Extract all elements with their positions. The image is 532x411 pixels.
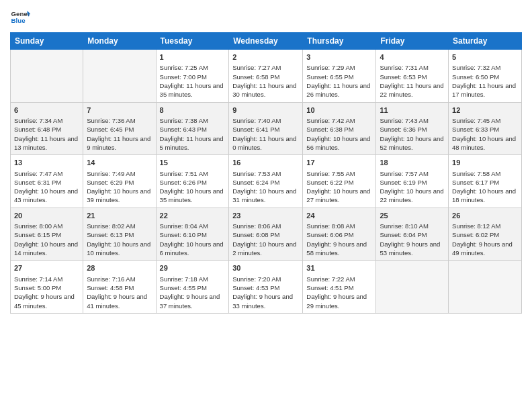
- daylight-text: Daylight: 11 hours and 9 minutes.: [87, 135, 150, 151]
- day-number: 31: [306, 263, 372, 273]
- calendar-table: SundayMondayTuesdayWednesdayThursdayFrid…: [10, 32, 522, 314]
- sunset-text: Sunset: 4:51 PM: [306, 284, 353, 291]
- calendar-week-row: 20Sunrise: 8:00 AMSunset: 6:15 PMDayligh…: [11, 208, 522, 261]
- sunrise-text: Sunrise: 7:51 AM: [160, 170, 208, 177]
- calendar-week-row: 6Sunrise: 7:34 AMSunset: 6:48 PMDaylight…: [11, 102, 522, 155]
- calendar-cell: 29Sunrise: 7:18 AMSunset: 4:55 PMDayligh…: [156, 261, 229, 314]
- day-number: 19: [452, 158, 518, 168]
- calendar-cell: 30Sunrise: 7:20 AMSunset: 4:53 PMDayligh…: [229, 261, 303, 314]
- sunset-text: Sunset: 6:24 PM: [232, 179, 279, 186]
- sunrise-text: Sunrise: 7:20 AM: [232, 275, 281, 283]
- sunset-text: Sunset: 6:15 PM: [14, 231, 61, 238]
- sunset-text: Sunset: 7:00 PM: [160, 73, 207, 81]
- sunrise-text: Sunrise: 7:38 AM: [160, 117, 208, 124]
- sunset-text: Sunset: 6:02 PM: [452, 231, 499, 238]
- sunset-text: Sunset: 6:29 PM: [87, 179, 134, 186]
- calendar-cell: [83, 50, 156, 103]
- logo: General Blue: [10, 7, 30, 27]
- daylight-text: Daylight: 11 hours and 30 minutes.: [232, 82, 296, 98]
- day-number: 18: [380, 158, 445, 168]
- calendar-cell: 20Sunrise: 8:00 AMSunset: 6:15 PMDayligh…: [11, 208, 83, 261]
- day-number: 24: [306, 211, 372, 221]
- sunrise-text: Sunrise: 7:18 AM: [160, 275, 208, 283]
- sunrise-text: Sunrise: 8:02 AM: [87, 222, 135, 230]
- sunset-text: Sunset: 6:26 PM: [160, 179, 207, 186]
- daylight-text: Daylight: 9 hours and 29 minutes.: [306, 293, 367, 309]
- sunset-text: Sunset: 6:13 PM: [87, 231, 134, 238]
- calendar-cell: 11Sunrise: 7:43 AMSunset: 6:36 PMDayligh…: [376, 102, 449, 155]
- daylight-text: Daylight: 9 hours and 45 minutes.: [14, 293, 75, 309]
- calendar-cell: 2Sunrise: 7:27 AMSunset: 6:58 PMDaylight…: [229, 50, 303, 103]
- sunset-text: Sunset: 4:55 PM: [160, 284, 207, 291]
- page-header: General Blue: [10, 7, 522, 27]
- daylight-text: Daylight: 11 hours and 35 minutes.: [160, 82, 224, 98]
- calendar-cell: 10Sunrise: 7:42 AMSunset: 6:38 PMDayligh…: [303, 102, 376, 155]
- sunset-text: Sunset: 6:06 PM: [306, 231, 353, 238]
- daylight-text: Daylight: 10 hours and 6 minutes.: [160, 240, 224, 257]
- sunrise-text: Sunrise: 7:32 AM: [452, 64, 500, 71]
- day-number: 20: [14, 211, 79, 221]
- daylight-text: Daylight: 10 hours and 22 minutes.: [380, 187, 443, 203]
- calendar-cell: 24Sunrise: 8:08 AMSunset: 6:06 PMDayligh…: [303, 208, 376, 261]
- day-number: 2: [232, 52, 299, 62]
- day-number: 6: [14, 105, 79, 116]
- sunset-text: Sunset: 5:00 PM: [14, 284, 61, 291]
- calendar-cell: 5Sunrise: 7:32 AMSunset: 6:50 PMDaylight…: [449, 50, 522, 103]
- daylight-text: Daylight: 9 hours and 37 minutes.: [160, 293, 220, 309]
- daylight-text: Daylight: 10 hours and 56 minutes.: [306, 135, 370, 151]
- sunrise-text: Sunrise: 7:22 AM: [306, 275, 355, 283]
- sunrise-text: Sunrise: 7:25 AM: [160, 64, 208, 71]
- sunrise-text: Sunrise: 7:55 AM: [306, 170, 355, 177]
- calendar-cell: 21Sunrise: 8:02 AMSunset: 6:13 PMDayligh…: [83, 208, 156, 261]
- sunrise-text: Sunrise: 8:06 AM: [232, 222, 281, 230]
- day-number: 5: [452, 52, 518, 62]
- daylight-text: Daylight: 10 hours and 43 minutes.: [14, 187, 78, 203]
- daylight-text: Daylight: 10 hours and 39 minutes.: [87, 187, 150, 203]
- sunrise-text: Sunrise: 7:16 AM: [87, 275, 135, 283]
- calendar-cell: 31Sunrise: 7:22 AMSunset: 4:51 PMDayligh…: [303, 261, 376, 314]
- daylight-text: Daylight: 11 hours and 0 minutes.: [232, 135, 296, 151]
- sunrise-text: Sunrise: 7:29 AM: [306, 64, 355, 71]
- sunrise-text: Sunrise: 7:31 AM: [380, 64, 428, 71]
- day-number: 10: [306, 105, 372, 116]
- calendar-cell: 14Sunrise: 7:49 AMSunset: 6:29 PMDayligh…: [83, 155, 156, 208]
- daylight-text: Daylight: 11 hours and 17 minutes.: [452, 82, 516, 98]
- col-header-saturday: Saturday: [449, 33, 522, 50]
- sunset-text: Sunset: 4:58 PM: [87, 284, 134, 291]
- sunset-text: Sunset: 6:53 PM: [380, 73, 427, 81]
- calendar-cell: 17Sunrise: 7:55 AMSunset: 6:22 PMDayligh…: [303, 155, 376, 208]
- sunrise-text: Sunrise: 7:58 AM: [452, 170, 500, 177]
- sunset-text: Sunset: 6:19 PM: [380, 179, 427, 186]
- calendar-cell: 1Sunrise: 7:25 AMSunset: 7:00 PMDaylight…: [156, 50, 229, 103]
- calendar-cell: 15Sunrise: 7:51 AMSunset: 6:26 PMDayligh…: [156, 155, 229, 208]
- calendar-cell: 18Sunrise: 7:57 AMSunset: 6:19 PMDayligh…: [376, 155, 449, 208]
- calendar-cell: 26Sunrise: 8:12 AMSunset: 6:02 PMDayligh…: [449, 208, 522, 261]
- sunrise-text: Sunrise: 8:10 AM: [380, 222, 428, 230]
- daylight-text: Daylight: 11 hours and 5 minutes.: [160, 135, 224, 151]
- col-header-monday: Monday: [83, 33, 156, 50]
- day-number: 15: [160, 158, 226, 168]
- sunset-text: Sunset: 6:33 PM: [452, 126, 499, 133]
- daylight-text: Daylight: 9 hours and 53 minutes.: [380, 240, 440, 257]
- sunset-text: Sunset: 6:48 PM: [14, 126, 61, 133]
- day-number: 11: [380, 105, 445, 116]
- calendar-cell: [376, 261, 449, 314]
- calendar-cell: 4Sunrise: 7:31 AMSunset: 6:53 PMDaylight…: [376, 50, 449, 103]
- sunset-text: Sunset: 4:53 PM: [232, 284, 279, 291]
- col-header-wednesday: Wednesday: [229, 33, 303, 50]
- calendar-cell: 7Sunrise: 7:36 AMSunset: 6:45 PMDaylight…: [83, 102, 156, 155]
- calendar-cell: 16Sunrise: 7:53 AMSunset: 6:24 PMDayligh…: [229, 155, 303, 208]
- day-number: 16: [232, 158, 299, 168]
- sunrise-text: Sunrise: 7:47 AM: [14, 170, 62, 177]
- calendar-cell: 28Sunrise: 7:16 AMSunset: 4:58 PMDayligh…: [83, 261, 156, 314]
- day-number: 26: [452, 211, 518, 221]
- daylight-text: Daylight: 9 hours and 33 minutes.: [232, 293, 293, 309]
- day-number: 17: [306, 158, 372, 168]
- sunrise-text: Sunrise: 7:27 AM: [232, 64, 281, 71]
- sunset-text: Sunset: 6:50 PM: [452, 73, 499, 81]
- calendar-cell: [11, 50, 83, 103]
- sunset-text: Sunset: 6:38 PM: [306, 126, 353, 133]
- day-number: 23: [232, 211, 299, 221]
- sunrise-text: Sunrise: 8:00 AM: [14, 222, 62, 230]
- daylight-text: Daylight: 10 hours and 27 minutes.: [306, 187, 370, 203]
